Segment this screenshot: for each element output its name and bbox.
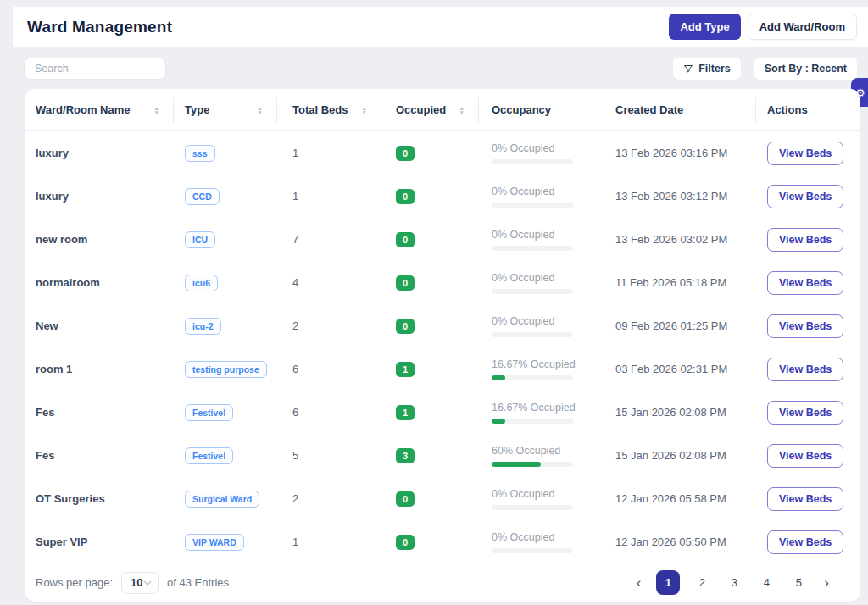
occupancy-progressbar	[492, 505, 573, 510]
table-row: new room ICU 7 0 0% Occupied 13 Feb 2026…	[25, 218, 860, 261]
view-beds-button[interactable]: View Beds	[767, 487, 843, 511]
page-1[interactable]: 1	[656, 570, 680, 595]
view-beds-button[interactable]: View Beds	[767, 530, 843, 554]
view-beds-button[interactable]: View Beds	[767, 314, 843, 338]
pagination: ‹ 1 2 3 4 5 ›	[633, 570, 832, 595]
view-beds-button[interactable]: View Beds	[767, 358, 843, 381]
sort-icon[interactable]: ▲▼	[154, 106, 159, 114]
sort-down-icon: ▼	[459, 110, 465, 114]
table-row: Super VIP VIP WARD 1 0 0% Occupied 12 Ja…	[25, 520, 860, 563]
occupancy-progressbar	[492, 375, 573, 380]
column-header-occupancy: Occupancy	[479, 97, 604, 123]
type-badge: sss	[185, 145, 215, 162]
sort-down-icon: ▼	[362, 110, 367, 114]
occupancy-cell: 0% Occupied	[479, 488, 604, 510]
total-beds: 5	[277, 449, 381, 462]
occupied-badge: 0	[396, 146, 415, 161]
column-header-total-beds[interactable]: Total Beds ▲▼	[277, 97, 381, 123]
sort-icon[interactable]: ▲▼	[258, 106, 263, 114]
column-header-ward-room-name[interactable]: Ward/Room Name ▲▼	[25, 97, 174, 123]
total-beds: 1	[277, 147, 381, 159]
add-ward-room-button[interactable]: Add Ward/Room	[748, 14, 857, 40]
created-date: 11 Feb 2026 05:18 PM	[604, 276, 756, 289]
page-title: Ward Management	[27, 18, 172, 36]
column-label: Total Beds	[292, 103, 348, 116]
rows-per-page-value: 10	[131, 576, 142, 589]
rows-per-page-label: Rows per page:	[36, 576, 113, 589]
occupancy-cell: 16.67% Occupied	[479, 402, 604, 424]
type-badge: VIP WARD	[185, 534, 244, 551]
total-beds: 2	[277, 319, 381, 332]
table-row: luxury sss 1 0 0% Occupied 13 Feb 2026 0…	[25, 131, 860, 175]
view-beds-button[interactable]: View Beds	[767, 444, 843, 468]
occupancy-progressbar	[492, 462, 573, 467]
sort-icon[interactable]: ▲▼	[362, 106, 367, 114]
table-row: luxury CCD 1 0 0% Occupied 13 Feb 2026 0…	[25, 175, 860, 218]
page-4[interactable]: 4	[756, 571, 776, 594]
view-beds-button[interactable]: View Beds	[767, 142, 843, 165]
occupancy-label: 0% Occupied	[492, 488, 604, 500]
occupancy-label: 0% Occupied	[492, 186, 604, 197]
view-beds-button[interactable]: View Beds	[767, 185, 843, 208]
occupied-badge: 0	[396, 275, 415, 291]
created-date: 12 Jan 2026 05:58 PM	[604, 492, 756, 505]
total-beds: 1	[277, 190, 381, 203]
table-footer: Rows per page: 10 of 43 Entries ‹ 1 2 3 …	[25, 563, 860, 602]
filter-funnel-icon	[683, 64, 693, 74]
sort-by-label: Sort By : Recent	[765, 63, 847, 75]
occupancy-progressbar	[492, 548, 573, 553]
page-5[interactable]: 5	[788, 571, 809, 594]
occupancy-progressbar	[492, 246, 573, 251]
ward-name: Fes	[25, 449, 174, 462]
occupancy-cell: 16.67% Occupied	[479, 358, 604, 380]
created-date: 12 Jan 2026 05:50 PM	[604, 536, 756, 548]
table-row: Fes Festivel 5 3 60% Occupied 15 Jan 202…	[25, 434, 860, 477]
occupancy-label: 0% Occupied	[492, 142, 604, 154]
page-2[interactable]: 2	[692, 571, 712, 594]
occupancy-progressbar	[492, 332, 573, 337]
occupancy-progressbar	[492, 289, 573, 294]
prev-page-icon[interactable]: ‹	[633, 575, 645, 590]
sort-icon[interactable]: ▲▼	[459, 106, 465, 114]
search-input[interactable]	[24, 58, 166, 80]
total-beds: 6	[277, 363, 381, 375]
column-header-type[interactable]: Type ▲▼	[174, 97, 277, 123]
column-label: Occupancy	[492, 103, 551, 116]
add-type-button[interactable]: Add Type	[669, 14, 740, 40]
occupancy-progress-fill	[492, 375, 505, 380]
column-header-created-date: Created Date	[604, 97, 756, 123]
view-beds-button[interactable]: View Beds	[767, 401, 843, 425]
ward-name: new room	[25, 233, 174, 246]
toolbar-right: Filters Sort By : Recent	[673, 58, 857, 80]
ward-name: luxury	[25, 147, 174, 159]
table-row: New icu-2 2 0 0% Occupied 09 Feb 2026 01…	[25, 304, 860, 347]
occupied-badge: 0	[396, 232, 415, 247]
occupied-badge: 3	[396, 448, 415, 463]
occupancy-cell: 0% Occupied	[479, 315, 604, 337]
table-row: normalroom icu6 4 0 0% Occupied 11 Feb 2…	[25, 261, 860, 304]
ward-table-card: Ward/Room Name ▲▼ Type ▲▼ Total Beds ▲▼ …	[25, 89, 860, 602]
page-3[interactable]: 3	[724, 571, 744, 594]
next-page-icon[interactable]: ›	[821, 575, 832, 590]
view-beds-button[interactable]: View Beds	[767, 228, 843, 252]
occupancy-progressbar	[492, 159, 573, 164]
column-label: Ward/Room Name	[36, 103, 130, 116]
ward-name: New	[25, 319, 174, 332]
table-row: room 1 testing purpose 6 1 16.67% Occupi…	[25, 347, 860, 391]
view-beds-button[interactable]: View Beds	[767, 271, 843, 295]
column-label: Occupied	[396, 103, 446, 116]
chevron-down-icon	[143, 580, 152, 586]
header-actions: Add Type Add Ward/Room	[669, 14, 857, 40]
ward-name: normalroom	[25, 276, 174, 289]
occupancy-label: 0% Occupied	[492, 531, 604, 543]
occupied-badge: 0	[396, 535, 415, 550]
column-header-actions: Actions	[756, 97, 860, 123]
sort-by-button[interactable]: Sort By : Recent	[754, 58, 857, 80]
filters-button[interactable]: Filters	[673, 58, 741, 80]
created-date: 03 Feb 2026 02:31 PM	[604, 363, 756, 375]
rows-per-page-select[interactable]: 10	[121, 572, 159, 594]
occupancy-progressbar	[492, 203, 573, 208]
occupancy-cell: 0% Occupied	[479, 142, 604, 164]
column-header-occupied[interactable]: Occupied ▲▼	[381, 97, 479, 123]
total-beds: 4	[277, 276, 381, 289]
